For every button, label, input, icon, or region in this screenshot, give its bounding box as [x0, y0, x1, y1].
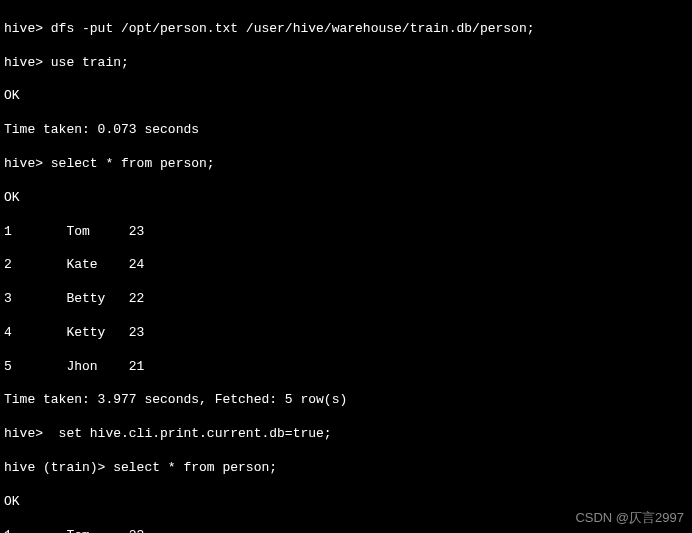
table-row: 1 Tom 23	[4, 528, 688, 533]
cmd-line: hive> select * from person;	[4, 156, 688, 173]
time-taken: Time taken: 3.977 seconds, Fetched: 5 ro…	[4, 392, 688, 409]
table-row: 2 Kate 24	[4, 257, 688, 274]
status-ok: OK	[4, 190, 688, 207]
table-row: 1 Tom 23	[4, 224, 688, 241]
cmd-line: hive> dfs -put /opt/person.txt /user/hiv…	[4, 21, 688, 38]
terminal-output[interactable]: hive> dfs -put /opt/person.txt /user/hiv…	[4, 4, 688, 533]
table-row: 5 Jhon 21	[4, 359, 688, 376]
time-taken: Time taken: 0.073 seconds	[4, 122, 688, 139]
cmd-line: hive> use train;	[4, 55, 688, 72]
table-row: 4 Ketty 23	[4, 325, 688, 342]
status-ok: OK	[4, 88, 688, 105]
cmd-line: hive (train)> select * from person;	[4, 460, 688, 477]
watermark: CSDN @仄言2997	[575, 510, 684, 527]
status-ok: OK	[4, 494, 688, 511]
cmd-line: hive> set hive.cli.print.current.db=true…	[4, 426, 688, 443]
table-row: 3 Betty 22	[4, 291, 688, 308]
